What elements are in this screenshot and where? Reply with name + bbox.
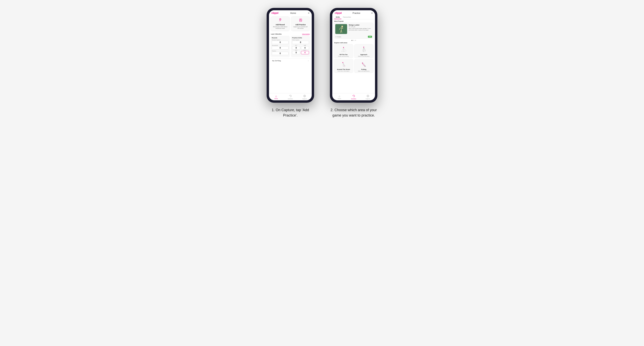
add-round-card[interactable]: Add Round Record your shots fast or enha… <box>270 16 290 31</box>
approach-name: Approach <box>360 54 367 55</box>
tournament-label: Tournament <box>272 45 288 46</box>
nav-home-2[interactable]: ⌂ Home <box>332 93 346 100</box>
practice-label: Practice <box>272 50 288 51</box>
app-stat: APP 4 <box>301 45 309 50</box>
rounds-title: Rounds <box>272 37 288 39</box>
hamburger-icon-1[interactable]: ≡ <box>308 12 309 14</box>
stats-grid: Rounds Rounds Capture 0 Tournament 0 Pra… <box>269 35 312 58</box>
phone1-section: clippd Home ≡ Add Roun <box>265 8 316 118</box>
phone1: clippd Home ≡ Add Roun <box>266 8 314 103</box>
app-value: 4 <box>301 46 309 50</box>
hamburger-icon-2[interactable]: ≡ <box>371 12 373 14</box>
phone2-bottom-nav: ⌂ Home Activities <box>332 93 375 100</box>
featured-image <box>335 24 347 34</box>
add-round-title: Add Round <box>276 24 285 26</box>
most-popular-label: Most Popular <box>332 19 375 23</box>
nav-capture-label-2: Capture <box>366 98 370 100</box>
last-3-months-header: Last 3 Months View Activity <box>269 32 312 35</box>
drills-col: Practice Drills Drills Capture 8 OTT 0 A <box>291 36 310 57</box>
svg-point-17 <box>363 47 364 48</box>
featured-card[interactable]: ☆ Wedge Ladder 50–100 yds Play 1 shot at… <box>334 23 374 39</box>
phone2-screen: clippd Practice ≡ Drills Favourites Most… <box>332 10 375 100</box>
add-practice-subtitle: Capture your practice off-the-course <box>292 26 309 29</box>
putt-value: 4 <box>301 51 309 54</box>
caption-1: 1. On Capture, tap 'Add Practice'. <box>265 107 316 118</box>
ott-value: 0 <box>292 46 300 50</box>
svg-point-18 <box>363 51 364 52</box>
nav-home-label-2: Home <box>338 98 341 99</box>
tournament-value: 0 <box>272 46 288 50</box>
svg-point-22 <box>344 66 344 66</box>
home-icon-2: ⌂ <box>338 95 340 98</box>
nav-home-1[interactable]: ⌂ Home <box>269 93 283 100</box>
svg-point-2 <box>300 19 301 20</box>
arg-label: ARG <box>292 50 300 51</box>
dot-2[interactable] <box>353 40 354 41</box>
svg-point-0 <box>280 19 280 19</box>
drills-capture-value: 8 <box>292 41 309 44</box>
featured-yards: 50–100 yds <box>349 26 372 27</box>
phone1-bottom-nav: ⌂ Home Activities <box>269 93 312 100</box>
app-label: APP <box>301 45 309 46</box>
phone2-header-title: Practice <box>352 12 360 14</box>
practice-tabs: Drills Favourites <box>332 15 375 19</box>
svg-point-24 <box>362 63 363 63</box>
featured-card-inner: ☆ Wedge Ladder 50–100 yds Play 1 shot at… <box>334 23 373 35</box>
approach-desc: Dial-in to hit the green <box>358 56 370 57</box>
nav-capture-2[interactable]: Capture <box>361 93 375 100</box>
skill-off-the-tee[interactable]: Off The Tee Power and accuracy <box>334 44 353 58</box>
svg-point-14 <box>343 47 344 48</box>
drills-capture-label: Drills Capture <box>292 39 309 40</box>
skill-around-the-green[interactable]: Around The Green Hone your short game <box>334 59 353 73</box>
app-badge: APP <box>368 36 372 38</box>
featured-desc: Play 1 shot at each target yardage. If y… <box>349 28 372 31</box>
add-round-subtitle: Record your shots fast or enhanced mode <box>272 26 288 29</box>
chevron-right-icon: › <box>308 60 308 62</box>
golf-bag-label: My Golf Bag <box>272 60 281 62</box>
svg-point-7 <box>342 26 343 27</box>
dot-3[interactable] <box>355 40 356 41</box>
approach-icon-area <box>356 46 372 53</box>
ott-app-row: OTT 0 APP 4 <box>292 45 309 50</box>
arg-stat: ARG 0 <box>292 50 300 54</box>
explore-label: Explore skill areas <box>332 41 375 44</box>
putting-icon-area <box>356 61 372 68</box>
nav-capture-1[interactable]: Capture <box>298 93 312 100</box>
caption-2: 2. Choose which area of your game you wa… <box>328 107 379 118</box>
putt-stat: PUTT 4 <box>301 50 309 54</box>
tab-favourites[interactable]: Favourites <box>342 15 352 19</box>
drills-title: Practice Drills <box>292 37 309 39</box>
view-activity-link[interactable]: View Activity <box>302 33 310 35</box>
add-practice-title: Add Practice <box>296 24 306 26</box>
capture-icon-2 <box>366 95 369 98</box>
phone2-section: clippd Practice ≡ Drills Favourites Most… <box>328 8 379 118</box>
rounds-col: Rounds Rounds Capture 0 Tournament 0 Pra… <box>270 36 290 57</box>
skill-approach[interactable]: Approach Dial-in to hit the green <box>354 44 374 58</box>
ott-label: OTT <box>292 45 300 46</box>
phone1-screen: clippd Home ≡ Add Roun <box>269 10 312 100</box>
skill-putting[interactable]: Putting Make and lag practice <box>354 59 374 73</box>
nav-activities-label-1: Activities <box>288 98 293 100</box>
nav-home-label-1: Home <box>274 98 278 99</box>
shots-count: ⏱ 9 shots <box>335 36 341 37</box>
tab-drills[interactable]: Drills <box>334 15 342 19</box>
carousel-dots <box>332 39 375 41</box>
ott-stat: OTT 0 <box>292 45 300 50</box>
action-cards: Add Round Record your shots fast or enha… <box>269 15 312 32</box>
home-icon-1: ⌂ <box>275 95 277 98</box>
arg-putt-row: ARG 0 PUTT 4 <box>292 50 309 54</box>
dot-1[interactable] <box>352 40 352 41</box>
nav-activities-label-2: Activities <box>351 98 356 100</box>
add-round-icon <box>278 18 282 23</box>
clippd-logo-2: clippd <box>335 11 342 14</box>
golf-bag-row[interactable]: My Golf Bag › <box>270 58 310 63</box>
nav-activities-2[interactable]: Activities <box>346 93 361 100</box>
add-practice-card[interactable]: Add Practice Capture your practice off-t… <box>291 16 310 31</box>
nav-activities-1[interactable]: Activities <box>283 93 298 100</box>
phones-container: clippd Home ≡ Add Roun <box>265 8 379 118</box>
activities-icon-1 <box>289 95 292 98</box>
activities-icon-2 <box>352 95 355 98</box>
off-the-tee-desc: Power and accuracy <box>338 56 349 57</box>
phone2: clippd Practice ≡ Drills Favourites Most… <box>330 8 378 103</box>
add-practice-icon <box>299 18 302 23</box>
